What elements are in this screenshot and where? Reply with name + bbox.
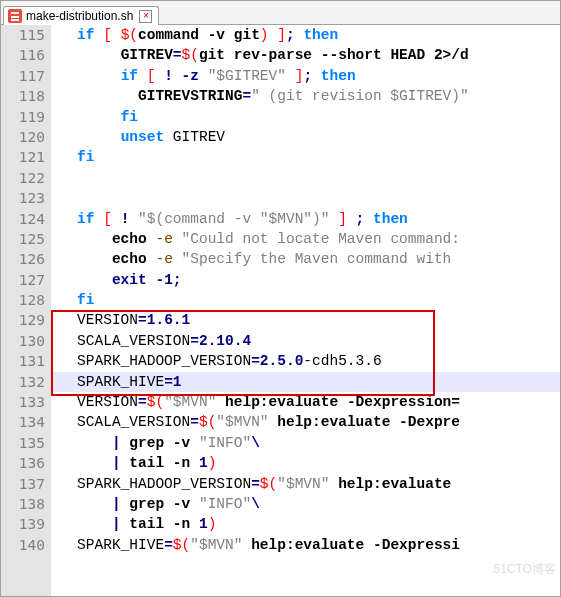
code-line[interactable]: SCALA_VERSION=$("$MVN" help:evaluate -De…: [51, 412, 560, 432]
line-number: 135: [1, 433, 45, 453]
code-line[interactable]: | grep -v "INFO"\: [51, 494, 560, 514]
code-line[interactable]: echo -e "Specify the Maven command with: [51, 249, 560, 269]
code-line[interactable]: unset GITREV: [51, 127, 560, 147]
line-number: 126: [1, 249, 45, 269]
code-line[interactable]: fi: [51, 290, 560, 310]
code-line[interactable]: VERSION=1.6.1: [51, 310, 560, 330]
code-line[interactable]: fi: [51, 107, 560, 127]
code-line[interactable]: SCALA_VERSION=2.10.4: [51, 331, 560, 351]
editor-area[interactable]: 1151161171181191201211221231241251261271…: [1, 25, 560, 596]
code-line[interactable]: | grep -v "INFO"\: [51, 433, 560, 453]
line-number: 130: [1, 331, 45, 351]
code-line[interactable]: [51, 168, 560, 188]
line-number: 124: [1, 209, 45, 229]
line-number: 119: [1, 107, 45, 127]
line-number: 128: [1, 290, 45, 310]
code-line[interactable]: SPARK_HADOOP_VERSION=$("$MVN" help:evalu…: [51, 474, 560, 494]
line-number: 136: [1, 453, 45, 473]
line-number: 129: [1, 310, 45, 330]
line-number: 125: [1, 229, 45, 249]
code-line[interactable]: if [ ! -z "$GITREV" ]; then: [51, 66, 560, 86]
editor-window: make-distribution.sh × 11511611711811912…: [0, 0, 561, 597]
code-line[interactable]: if [ ! "$(command -v "$MVN")" ] ; then: [51, 209, 560, 229]
code-line[interactable]: fi: [51, 147, 560, 167]
code-line[interactable]: SPARK_HIVE=$("$MVN" help:evaluate -Dexpr…: [51, 535, 560, 555]
line-number: 123: [1, 188, 45, 208]
line-number: 132: [1, 372, 45, 392]
line-number: 122: [1, 168, 45, 188]
close-icon[interactable]: ×: [139, 10, 152, 23]
code-line[interactable]: VERSION=$("$MVN" help:evaluate -Dexpress…: [51, 392, 560, 412]
code-line[interactable]: GITREV=$(git rev-parse --short HEAD 2>/d: [51, 45, 560, 65]
tab-bar: make-distribution.sh ×: [1, 1, 560, 25]
line-number: 117: [1, 66, 45, 86]
line-number: 115: [1, 25, 45, 45]
file-icon: [8, 9, 22, 23]
line-number: 137: [1, 474, 45, 494]
file-tab[interactable]: make-distribution.sh ×: [3, 6, 159, 25]
line-number: 140: [1, 535, 45, 555]
code-line[interactable]: SPARK_HIVE=1: [51, 372, 560, 392]
code-line[interactable]: | tail -n 1): [51, 514, 560, 534]
line-number: 118: [1, 86, 45, 106]
code-line[interactable]: [51, 188, 560, 208]
code-line[interactable]: SPARK_HADOOP_VERSION=2.5.0-cdh5.3.6: [51, 351, 560, 371]
line-number: 138: [1, 494, 45, 514]
code-line[interactable]: echo -e "Could not locate Maven command:: [51, 229, 560, 249]
code-line[interactable]: | tail -n 1): [51, 453, 560, 473]
line-gutter: 1151161171181191201211221231241251261271…: [1, 25, 51, 596]
line-number: 121: [1, 147, 45, 167]
tab-filename: make-distribution.sh: [26, 9, 133, 23]
line-number: 120: [1, 127, 45, 147]
code-line[interactable]: exit -1;: [51, 270, 560, 290]
line-number: 139: [1, 514, 45, 534]
line-number: 116: [1, 45, 45, 65]
line-number: 134: [1, 412, 45, 432]
code-area[interactable]: if [ $(command -v git) ]; then GITREV=$(…: [51, 25, 560, 596]
line-number: 127: [1, 270, 45, 290]
line-number: 131: [1, 351, 45, 371]
line-number: 133: [1, 392, 45, 412]
code-line[interactable]: GITREVSTRING=" (git revision $GITREV)": [51, 86, 560, 106]
code-line[interactable]: if [ $(command -v git) ]; then: [51, 25, 560, 45]
